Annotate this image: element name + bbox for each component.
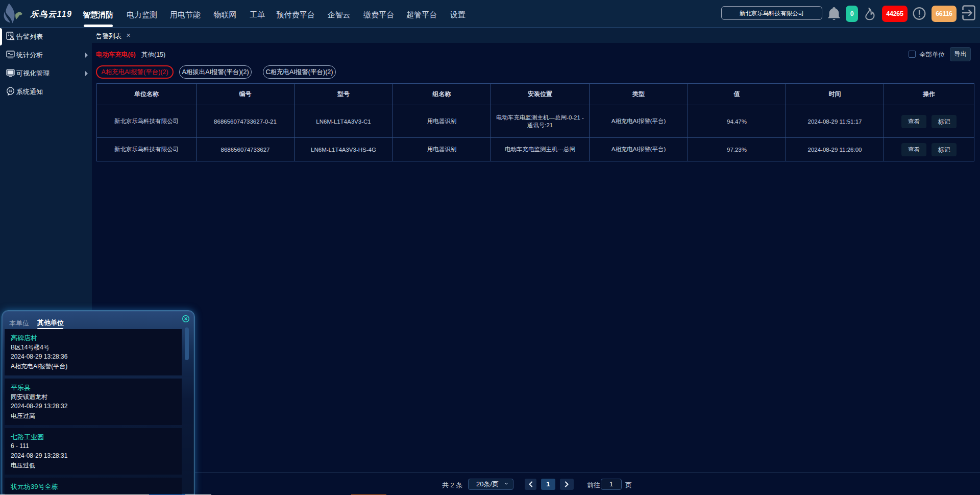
svg-text:!: ! xyxy=(12,37,13,40)
